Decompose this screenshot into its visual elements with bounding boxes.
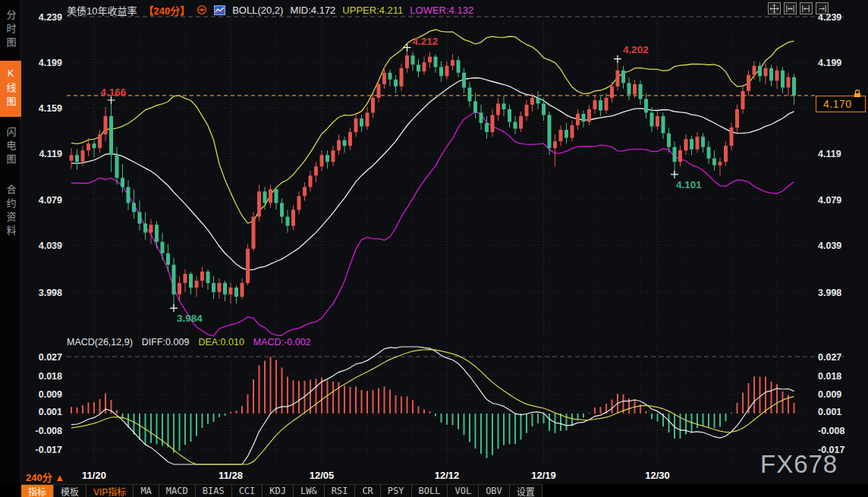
- candle-body: [269, 189, 272, 203]
- swing-marker-label: 4.212: [413, 36, 439, 47]
- period-indicator[interactable]: 240分 ▲: [26, 470, 64, 484]
- axis-label: 3.998: [39, 288, 62, 298]
- chart-canvas[interactable]: 4.1663.9844.2124.2024.1014.2394.2394.199…: [21, 0, 868, 474]
- axis-label: 0.009: [818, 389, 841, 400]
- axis-label: 0.027: [39, 352, 62, 363]
- candle-body: [70, 155, 74, 161]
- candle-body: [730, 127, 734, 146]
- candle-body: [701, 137, 705, 147]
- candle-body: [354, 118, 358, 132]
- candle-body: [434, 57, 438, 68]
- candle-body: [792, 77, 796, 96]
- candle-body: [758, 66, 762, 77]
- candle-body: [138, 212, 142, 224]
- toolbar-item-15[interactable]: 设置: [510, 484, 542, 497]
- candle-body: [502, 104, 506, 110]
- axis-label: 4.039: [818, 241, 841, 251]
- toolbar-item-9[interactable]: RSI: [325, 484, 356, 497]
- candle-body: [172, 265, 176, 294]
- pan-tool-icon[interactable]: [768, 2, 781, 14]
- candle-body: [673, 147, 677, 162]
- candle-body: [696, 137, 700, 149]
- candle-body: [366, 113, 370, 127]
- sidebar-tab-kline[interactable]: K线图: [0, 61, 21, 117]
- toolbar-item-14[interactable]: OBV: [479, 484, 510, 497]
- fit-x-axis-icon[interactable]: [784, 2, 797, 14]
- candle-body: [707, 147, 711, 159]
- scale-lock-icon[interactable]: [853, 87, 862, 101]
- swing-marker-label: 4.166: [101, 87, 127, 98]
- candle-body: [690, 139, 693, 149]
- axis-label: -0.008: [36, 426, 62, 436]
- sidebar-tab-contract-info[interactable]: 合约资料: [0, 178, 21, 246]
- axis-label: 0.018: [39, 371, 62, 382]
- x-axis-date: 12/05: [310, 470, 335, 481]
- axis-label: -0.017: [36, 445, 62, 455]
- shift-right-icon[interactable]: [816, 2, 829, 14]
- shift-left-icon[interactable]: [800, 2, 813, 14]
- candle-body: [212, 283, 215, 292]
- candle-body: [582, 114, 586, 122]
- candle-body: [394, 80, 398, 87]
- swing-marker-label: 3.984: [177, 313, 203, 324]
- toolbar-item-0[interactable]: 指标: [21, 484, 54, 497]
- toolbar-item-3[interactable]: MA: [134, 484, 159, 497]
- candle-body: [280, 203, 284, 217]
- candle-body: [519, 116, 523, 129]
- indicator-style-icon[interactable]: [214, 5, 225, 15]
- toolbar-item-7[interactable]: KDJ: [263, 484, 294, 497]
- boll-mid-line: [71, 78, 794, 270]
- toolbar-item-5[interactable]: BIAS: [196, 484, 232, 497]
- period-menu-icon[interactable]: [197, 5, 207, 15]
- candle-body: [382, 73, 386, 84]
- axis-label: 0.001: [39, 407, 62, 417]
- sidebar: 分时图 K线图 闪电图 合约资料: [0, 0, 21, 497]
- candle-body: [332, 150, 335, 162]
- candle-body: [234, 288, 238, 297]
- candle-body: [639, 84, 643, 99]
- candle-body: [206, 272, 210, 283]
- candle-body: [218, 283, 222, 292]
- candle-body: [468, 87, 472, 101]
- candle-body: [514, 122, 517, 129]
- candle-body: [320, 155, 324, 166]
- candle-body: [115, 155, 119, 178]
- candle-body: [337, 140, 341, 151]
- sidebar-tab-flash[interactable]: 闪电图: [0, 120, 21, 175]
- axis-label: 4.039: [39, 241, 62, 251]
- toolbar-item-10[interactable]: CR: [355, 484, 380, 497]
- candle-body: [303, 187, 307, 196]
- toolbar-item-12[interactable]: BOLL: [412, 484, 448, 497]
- candle-body: [326, 155, 329, 162]
- candle-body: [200, 272, 204, 281]
- candle-body: [223, 283, 227, 294]
- candle-body: [616, 71, 620, 87]
- candle-body: [781, 71, 785, 88]
- candle-body: [525, 105, 529, 116]
- candle-body: [81, 150, 85, 162]
- toolbar-item-2[interactable]: VIP指标: [86, 484, 134, 497]
- toolbar-item-6[interactable]: CCI: [232, 484, 263, 497]
- axis-label: 4.199: [818, 58, 841, 68]
- kline-terminal: 分时图 K线图 闪电图 合约资料 4.1663.9844.2124.2024.1…: [0, 0, 868, 497]
- toolbar-item-11[interactable]: PSY: [381, 484, 412, 497]
- candle-body: [252, 217, 256, 249]
- candle-body: [559, 130, 563, 141]
- candle-body: [747, 75, 750, 91]
- candle-body: [257, 191, 261, 216]
- toolbar-item-1[interactable]: 模板: [54, 484, 86, 497]
- toolbar-item-13[interactable]: VOL: [448, 484, 479, 497]
- macd-dea-value: DEA:0.010: [198, 337, 244, 348]
- toolbar-item-8[interactable]: LW&: [294, 484, 325, 497]
- swing-marker-label: 4.202: [623, 44, 649, 55]
- toolbar-item-4[interactable]: MACD: [159, 484, 196, 497]
- candle-body: [411, 55, 415, 64]
- candle-body: [127, 187, 131, 203]
- candle-body: [451, 60, 454, 66]
- x-axis-date: 11/20: [82, 470, 106, 481]
- candle-body: [241, 283, 244, 297]
- candle-body: [417, 64, 420, 71]
- candle-body: [530, 98, 534, 105]
- sidebar-tab-timeshare[interactable]: 分时图: [0, 3, 21, 58]
- candle-body: [480, 113, 483, 124]
